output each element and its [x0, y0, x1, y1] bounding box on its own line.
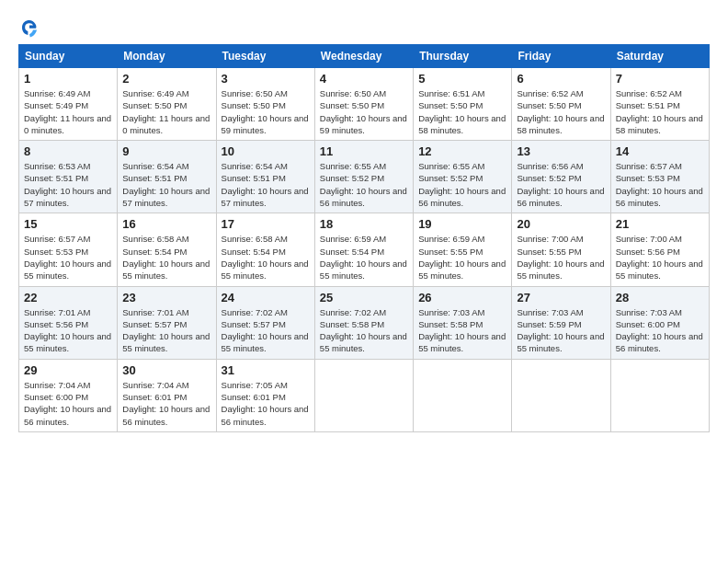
- logo: [18, 17, 44, 39]
- day-number: 9: [122, 144, 210, 158]
- day-info: Sunrise: 7:00 AMSunset: 5:55 PMDaylight:…: [517, 234, 604, 281]
- day-info: Sunrise: 6:49 AMSunset: 5:49 PMDaylight:…: [24, 88, 111, 135]
- calendar-week-3: 15 Sunrise: 6:57 AMSunset: 5:53 PMDaylig…: [19, 213, 710, 286]
- calendar-cell: 21 Sunrise: 7:00 AMSunset: 5:56 PMDaylig…: [610, 213, 709, 286]
- weekday-header-monday: Monday: [118, 45, 216, 68]
- day-info: Sunrise: 6:52 AMSunset: 5:51 PMDaylight:…: [616, 88, 703, 135]
- day-info: Sunrise: 7:03 AMSunset: 5:59 PMDaylight:…: [517, 307, 604, 354]
- day-number: 11: [320, 144, 408, 158]
- day-info: Sunrise: 6:56 AMSunset: 5:52 PMDaylight:…: [517, 161, 604, 208]
- day-info: Sunrise: 6:49 AMSunset: 5:50 PMDaylight:…: [122, 88, 210, 135]
- calendar-cell: 8 Sunrise: 6:53 AMSunset: 5:51 PMDayligh…: [19, 141, 118, 213]
- calendar-cell: 4 Sunrise: 6:50 AMSunset: 5:50 PMDayligh…: [314, 68, 413, 141]
- day-info: Sunrise: 6:57 AMSunset: 5:53 PMDaylight:…: [616, 161, 703, 208]
- day-info: Sunrise: 6:52 AMSunset: 5:50 PMDaylight:…: [517, 88, 604, 135]
- day-info: Sunrise: 6:58 AMSunset: 5:54 PMDaylight:…: [122, 234, 210, 281]
- day-number: 2: [122, 72, 210, 86]
- day-number: 29: [24, 363, 112, 377]
- day-info: Sunrise: 7:05 AMSunset: 6:01 PMDaylight:…: [222, 380, 309, 427]
- day-number: 21: [616, 217, 704, 231]
- page: SundayMondayTuesdayWednesdayThursdayFrid…: [0, 0, 728, 442]
- day-info: Sunrise: 6:59 AMSunset: 5:55 PMDaylight:…: [418, 234, 506, 281]
- day-number: 4: [320, 72, 408, 86]
- day-number: 5: [418, 72, 506, 86]
- calendar-cell: 7 Sunrise: 6:52 AMSunset: 5:51 PMDayligh…: [610, 68, 709, 141]
- day-number: 30: [122, 363, 210, 377]
- calendar-cell: [610, 359, 709, 431]
- day-info: Sunrise: 6:54 AMSunset: 5:51 PMDaylight:…: [122, 161, 210, 208]
- day-number: 12: [418, 144, 506, 158]
- calendar-cell: 30 Sunrise: 7:04 AMSunset: 6:01 PMDaylig…: [118, 359, 216, 431]
- day-info: Sunrise: 7:01 AMSunset: 5:57 PMDaylight:…: [122, 307, 210, 354]
- day-number: 13: [517, 144, 605, 158]
- calendar-week-5: 29 Sunrise: 7:04 AMSunset: 6:00 PMDaylig…: [19, 359, 710, 431]
- calendar-cell: 14 Sunrise: 6:57 AMSunset: 5:53 PMDaylig…: [610, 141, 709, 213]
- day-number: 3: [222, 72, 310, 86]
- header: [18, 17, 710, 39]
- day-info: Sunrise: 6:51 AMSunset: 5:50 PMDaylight:…: [418, 88, 506, 135]
- calendar-cell: 16 Sunrise: 6:58 AMSunset: 5:54 PMDaylig…: [118, 213, 216, 286]
- day-info: Sunrise: 6:53 AMSunset: 5:51 PMDaylight:…: [24, 161, 111, 208]
- weekday-header-sunday: Sunday: [19, 45, 118, 68]
- calendar-cell: [414, 359, 512, 431]
- weekday-header-thursday: Thursday: [414, 45, 512, 68]
- day-number: 28: [616, 291, 704, 304]
- weekday-header-saturday: Saturday: [610, 45, 709, 68]
- calendar-cell: 3 Sunrise: 6:50 AMSunset: 5:50 PMDayligh…: [216, 68, 314, 141]
- calendar-cell: 19 Sunrise: 6:59 AMSunset: 5:55 PMDaylig…: [414, 213, 512, 286]
- day-info: Sunrise: 6:50 AMSunset: 5:50 PMDaylight:…: [222, 88, 309, 135]
- calendar-cell: 26 Sunrise: 7:03 AMSunset: 5:58 PMDaylig…: [414, 286, 512, 359]
- day-number: 8: [24, 144, 112, 158]
- weekday-header-friday: Friday: [512, 45, 610, 68]
- calendar-cell: 2 Sunrise: 6:49 AMSunset: 5:50 PMDayligh…: [118, 68, 216, 141]
- day-number: 22: [24, 291, 112, 304]
- calendar-cell: 31 Sunrise: 7:05 AMSunset: 6:01 PMDaylig…: [216, 359, 314, 431]
- calendar-week-4: 22 Sunrise: 7:01 AMSunset: 5:56 PMDaylig…: [19, 286, 710, 359]
- day-number: 7: [616, 72, 704, 86]
- day-number: 17: [222, 217, 310, 231]
- calendar-cell: 25 Sunrise: 7:02 AMSunset: 5:58 PMDaylig…: [314, 286, 413, 359]
- calendar-cell: 23 Sunrise: 7:01 AMSunset: 5:57 PMDaylig…: [118, 286, 216, 359]
- day-info: Sunrise: 7:03 AMSunset: 5:58 PMDaylight:…: [418, 307, 506, 354]
- day-number: 25: [320, 291, 408, 304]
- day-number: 6: [517, 72, 605, 86]
- day-info: Sunrise: 7:03 AMSunset: 6:00 PMDaylight:…: [616, 307, 703, 354]
- day-info: Sunrise: 6:57 AMSunset: 5:53 PMDaylight:…: [24, 234, 111, 281]
- day-info: Sunrise: 7:04 AMSunset: 6:01 PMDaylight:…: [122, 380, 210, 427]
- day-number: 19: [418, 217, 506, 231]
- day-number: 24: [222, 291, 310, 304]
- day-number: 14: [616, 144, 704, 158]
- day-number: 1: [24, 72, 112, 86]
- calendar-week-2: 8 Sunrise: 6:53 AMSunset: 5:51 PMDayligh…: [19, 141, 710, 213]
- calendar-cell: 15 Sunrise: 6:57 AMSunset: 5:53 PMDaylig…: [19, 213, 118, 286]
- calendar-cell: 9 Sunrise: 6:54 AMSunset: 5:51 PMDayligh…: [118, 141, 216, 213]
- day-number: 16: [122, 217, 210, 231]
- day-number: 27: [517, 291, 605, 304]
- calendar-cell: 12 Sunrise: 6:55 AMSunset: 5:52 PMDaylig…: [414, 141, 512, 213]
- calendar-cell: 13 Sunrise: 6:56 AMSunset: 5:52 PMDaylig…: [512, 141, 610, 213]
- weekday-header-wednesday: Wednesday: [314, 45, 413, 68]
- calendar-cell: 28 Sunrise: 7:03 AMSunset: 6:00 PMDaylig…: [610, 286, 709, 359]
- day-number: 26: [418, 291, 506, 304]
- logo-icon: [18, 17, 40, 39]
- weekday-header-tuesday: Tuesday: [216, 45, 314, 68]
- calendar-cell: 1 Sunrise: 6:49 AMSunset: 5:49 PMDayligh…: [19, 68, 118, 141]
- calendar-cell: [512, 359, 610, 431]
- day-info: Sunrise: 6:54 AMSunset: 5:51 PMDaylight:…: [222, 161, 309, 208]
- day-number: 20: [517, 217, 605, 231]
- calendar-cell: 20 Sunrise: 7:00 AMSunset: 5:55 PMDaylig…: [512, 213, 610, 286]
- calendar-table: SundayMondayTuesdayWednesdayThursdayFrid…: [18, 44, 710, 432]
- weekday-header-row: SundayMondayTuesdayWednesdayThursdayFrid…: [19, 45, 710, 68]
- day-number: 18: [320, 217, 408, 231]
- day-number: 10: [222, 144, 310, 158]
- day-number: 23: [122, 291, 210, 304]
- day-info: Sunrise: 6:55 AMSunset: 5:52 PMDaylight:…: [320, 161, 407, 208]
- day-info: Sunrise: 7:04 AMSunset: 6:00 PMDaylight:…: [24, 380, 111, 427]
- calendar-cell: 27 Sunrise: 7:03 AMSunset: 5:59 PMDaylig…: [512, 286, 610, 359]
- calendar-cell: 6 Sunrise: 6:52 AMSunset: 5:50 PMDayligh…: [512, 68, 610, 141]
- day-info: Sunrise: 7:01 AMSunset: 5:56 PMDaylight:…: [24, 307, 111, 354]
- day-info: Sunrise: 7:02 AMSunset: 5:57 PMDaylight:…: [222, 307, 309, 354]
- calendar-cell: [314, 359, 413, 431]
- day-info: Sunrise: 7:00 AMSunset: 5:56 PMDaylight:…: [616, 234, 703, 281]
- calendar-cell: 11 Sunrise: 6:55 AMSunset: 5:52 PMDaylig…: [314, 141, 413, 213]
